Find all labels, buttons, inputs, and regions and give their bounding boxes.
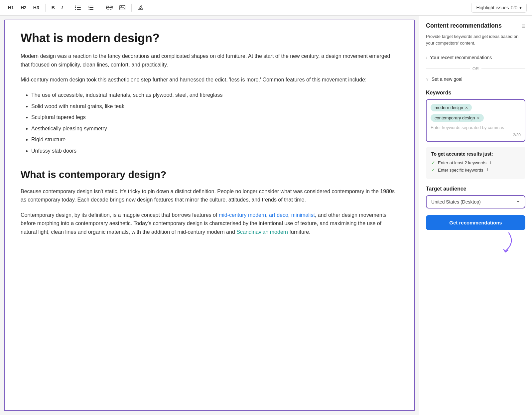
- or-divider: OR: [426, 66, 525, 71]
- section2-p2-final: furniture.: [288, 229, 311, 235]
- list-item-4: Aesthetically pleasing symmetry: [31, 124, 398, 133]
- clear-format-button[interactable]: [135, 3, 146, 12]
- list-item-2: Solid wood with natural grains, like tea…: [31, 102, 398, 111]
- list-ul-icon: [75, 5, 81, 10]
- editor-area[interactable]: What is modern design? Modern design was…: [4, 20, 415, 411]
- list-ol-icon: 1 2 3: [88, 5, 94, 10]
- target-audience-label: Target audience: [426, 186, 525, 192]
- sidebar-header: Content recommendations ≡: [426, 22, 525, 30]
- section2-paragraph2: Contemporary design, by its definition, …: [21, 211, 398, 236]
- keyword-tag-1-text: modern design: [435, 105, 463, 110]
- sidebar-title: Content recommendations: [426, 22, 502, 29]
- keywords-count: 2/30: [431, 133, 521, 137]
- section2-heading: What is contemporary design?: [21, 169, 398, 181]
- list-item-5: Rigid structure: [31, 135, 398, 144]
- separator-4: [131, 4, 132, 12]
- link-icon: [106, 6, 113, 10]
- h3-button[interactable]: H3: [31, 4, 42, 12]
- keywords-input-box[interactable]: modern design × contemporary design × En…: [426, 99, 525, 142]
- accuracy-item-2: ✓ Enter specific keywords ℹ: [431, 167, 520, 173]
- svg-rect-0: [77, 6, 81, 6]
- list-item-6: Unfussy slab doors: [31, 147, 398, 155]
- keyword-tag-1-remove[interactable]: ×: [465, 105, 468, 110]
- svg-rect-7: [89, 7, 93, 8]
- chevron-down-icon: ∨: [426, 77, 429, 81]
- svg-point-4: [75, 7, 76, 8]
- info-icon-1[interactable]: ℹ: [490, 160, 491, 165]
- check-icon-2: ✓: [431, 167, 435, 173]
- link-button[interactable]: [103, 4, 115, 11]
- get-recommendations-button[interactable]: Get recommendations: [426, 215, 525, 230]
- issues-count: 0/0: [511, 5, 517, 10]
- main-container: What is modern design? Modern design was…: [0, 16, 532, 415]
- bold-button[interactable]: B: [49, 4, 58, 12]
- art-deco-link[interactable]: art deco: [269, 212, 288, 218]
- chevron-right-icon: ›: [426, 55, 427, 60]
- svg-rect-6: [89, 6, 93, 6]
- h1-button[interactable]: H1: [5, 4, 17, 12]
- highlight-issues-button[interactable]: Highlight issues 0/0 ▾: [471, 3, 527, 13]
- keywords-tags: modern design × contemporary design ×: [431, 104, 521, 122]
- accuracy-title: To get accurate results just:: [431, 151, 520, 157]
- list-item-3: Sculptural tapered legs: [31, 113, 398, 122]
- keywords-placeholder: Enter keywords separated by commas: [431, 125, 521, 130]
- svg-rect-1: [77, 7, 81, 8]
- section1-paragraph2: Mid-century modern design took this aest…: [21, 75, 398, 84]
- keyword-tag-1: modern design ×: [431, 104, 472, 111]
- clear-format-icon: [138, 5, 144, 11]
- scandinavian-modern-link[interactable]: Scandinavian modern: [236, 229, 288, 235]
- check-icon-1: ✓: [431, 160, 435, 165]
- set-goal-row[interactable]: ∨ Set a new goal: [426, 74, 525, 84]
- target-audience-select[interactable]: United States (Desktop) United Kingdom (…: [426, 195, 525, 208]
- section2-comma1: ,: [266, 212, 269, 218]
- image-icon: [119, 5, 125, 10]
- recent-rec-label: Your recent recommendations: [430, 55, 492, 60]
- minimalist-link[interactable]: minimalist: [291, 212, 315, 218]
- svg-point-3: [75, 6, 76, 7]
- chevron-down-icon: ▾: [519, 5, 522, 10]
- accuracy-item-1-text: Enter at least 2 keywords: [438, 160, 486, 165]
- separator-3: [100, 4, 100, 12]
- h2-button[interactable]: H2: [18, 4, 29, 12]
- arrow-annotation: [426, 229, 525, 256]
- svg-rect-8: [89, 9, 93, 10]
- keywords-label: Keywords: [426, 90, 525, 96]
- recent-recommendations-row[interactable]: › Your recent recommendations: [426, 52, 525, 64]
- set-goal-label: Set a new goal: [432, 76, 463, 82]
- toolbar: H1 H2 H3 B I 1 2 3: [0, 0, 532, 16]
- accuracy-box: To get accurate results just: ✓ Enter at…: [426, 147, 525, 179]
- ordered-list-button[interactable]: 1 2 3: [85, 4, 96, 11]
- section2-p2-start: Contemporary design, by its definition, …: [21, 212, 219, 218]
- highlight-issues-label: Highlight issues: [476, 5, 509, 10]
- svg-point-5: [75, 9, 76, 10]
- list-item-1: The use of accessible, industrial materi…: [31, 91, 398, 99]
- keyword-tag-2: contemporary design ×: [431, 114, 484, 122]
- accuracy-item-1: ✓ Enter at least 2 keywords ℹ: [431, 160, 520, 165]
- features-list: The use of accessible, industrial materi…: [31, 91, 398, 155]
- italic-button[interactable]: I: [59, 4, 66, 12]
- separator-1: [45, 4, 46, 12]
- accuracy-item-2-text: Enter specific keywords: [438, 168, 483, 173]
- section2-paragraph1: Because contemporary design isn't static…: [21, 187, 398, 204]
- unordered-list-button[interactable]: [72, 4, 84, 11]
- sidebar: Content recommendations ≡ Provide target…: [419, 16, 532, 415]
- mid-century-modern-link[interactable]: mid-century modern: [219, 212, 266, 218]
- arrow-svg: [479, 229, 519, 256]
- keyword-tag-2-text: contemporary design: [435, 115, 475, 120]
- separator-2: [69, 4, 69, 12]
- svg-rect-2: [77, 9, 81, 10]
- svg-text:3: 3: [88, 9, 89, 10]
- sidebar-subtitle: Provide target keywords and get ideas ba…: [426, 33, 525, 46]
- section1-paragraph1: Modern design was a reaction to the fanc…: [21, 52, 398, 69]
- or-label: OR: [472, 66, 479, 71]
- section2-comma2: ,: [288, 212, 291, 218]
- menu-icon[interactable]: ≡: [521, 22, 525, 30]
- keyword-tag-2-remove[interactable]: ×: [477, 116, 479, 120]
- image-button[interactable]: [117, 4, 128, 12]
- info-icon-2[interactable]: ℹ: [487, 168, 488, 172]
- section1-heading: What is modern design?: [21, 31, 398, 45]
